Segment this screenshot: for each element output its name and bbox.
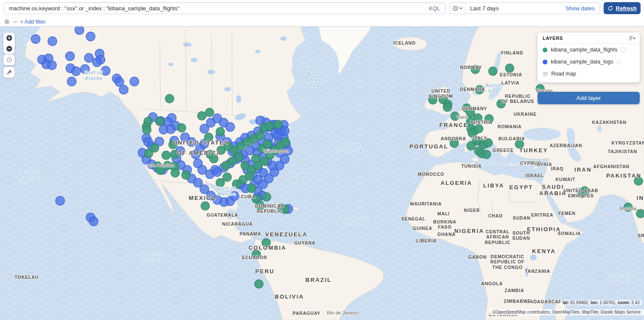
map-canvas[interactable]: Bering SeaGulf of AlaskaHudson BayLabrad… xyxy=(0,27,644,320)
flights-point xyxy=(482,150,491,159)
logs-point xyxy=(89,217,98,226)
logs-point xyxy=(213,196,222,205)
flights-point xyxy=(262,238,270,247)
tools-button[interactable] xyxy=(3,67,15,78)
flights-point xyxy=(232,180,241,188)
flights-point xyxy=(252,250,261,259)
flights-point xyxy=(443,103,452,112)
fit-to-data-control xyxy=(3,54,15,65)
clock-icon xyxy=(453,6,458,11)
flights-point xyxy=(216,127,225,136)
layers-panel-title: LAYERS xyxy=(543,36,563,41)
coordinates-readout: lat: 61.58462, lon: 1.56761, zoom: 2.42 xyxy=(560,300,642,305)
flights-point xyxy=(475,85,484,94)
tools-control xyxy=(3,67,15,78)
zoom-control xyxy=(3,33,15,54)
logs-point xyxy=(230,192,239,201)
flights-point xyxy=(281,138,290,146)
fit-to-data-button[interactable] xyxy=(3,54,15,65)
refresh-button[interactable]: Refresh xyxy=(604,2,641,14)
logs-point xyxy=(101,66,110,75)
zoom-label: zoom: xyxy=(617,300,630,305)
flights-point xyxy=(197,112,206,120)
flights-point xyxy=(210,154,218,163)
refresh-label: Refresh xyxy=(616,5,636,12)
logs-point xyxy=(56,196,65,205)
gear-icon xyxy=(4,19,10,25)
add-layer-button[interactable]: Add layer xyxy=(538,92,640,104)
flights-point xyxy=(201,202,210,210)
layer-visibility-icon[interactable] xyxy=(617,59,622,64)
layer-visibility-icon[interactable] xyxy=(621,47,626,52)
flights-point xyxy=(252,154,260,163)
time-quick-select-button[interactable] xyxy=(450,3,466,14)
flights-point xyxy=(471,65,480,74)
flights-point xyxy=(265,122,274,130)
show-dates-button[interactable]: Show dates xyxy=(565,5,600,12)
flights-point xyxy=(428,96,437,104)
flights-point xyxy=(451,112,459,121)
layer-swatch-dot xyxy=(543,60,547,64)
logs-point xyxy=(48,61,57,70)
logs-point xyxy=(167,125,176,134)
logs-point xyxy=(213,168,222,177)
flights-point xyxy=(155,117,164,126)
query-language-label[interactable]: KQL xyxy=(429,5,440,12)
collapse-panel-icon[interactable] xyxy=(629,36,635,41)
query-text[interactable]: machine.os.keyword : "osx" or _index : "… xyxy=(9,5,179,12)
flights-point xyxy=(256,131,264,140)
flights-point xyxy=(466,109,475,117)
logs-point xyxy=(81,65,90,74)
logs-point xyxy=(48,37,57,46)
logs-point xyxy=(130,77,139,86)
flights-point xyxy=(143,126,151,134)
lat-value: 61.58462, xyxy=(570,300,589,305)
flights-point xyxy=(263,140,272,148)
flights-point xyxy=(450,139,459,148)
flights-point xyxy=(182,171,190,179)
flights-point xyxy=(515,140,524,148)
flights-point xyxy=(162,151,170,160)
layer-row[interactable]: Road map xyxy=(538,68,640,80)
flights-point xyxy=(578,189,586,198)
filter-divider xyxy=(13,21,17,22)
flights-point xyxy=(474,124,483,133)
flights-point xyxy=(223,173,231,181)
flights-point xyxy=(205,108,214,117)
logs-point xyxy=(85,54,94,63)
zoom-out-icon xyxy=(6,45,12,52)
zoom-value: 2.42 xyxy=(632,300,640,305)
filter-settings-button[interactable] xyxy=(3,18,10,25)
flights-point xyxy=(216,178,225,187)
layer-row[interactable]: kibana_sample_data_logs xyxy=(538,56,640,68)
logs-point xyxy=(268,161,277,170)
flights-point xyxy=(497,100,505,108)
lat-label: lat: xyxy=(562,300,569,305)
query-input[interactable]: machine.os.keyword : "osx" or _index : "… xyxy=(3,2,446,14)
flights-point xyxy=(280,205,289,214)
logs-point xyxy=(284,146,293,155)
zoom-in-icon xyxy=(6,35,12,41)
crosshair-icon xyxy=(6,57,12,63)
refresh-icon xyxy=(608,6,613,11)
flights-point xyxy=(624,203,632,211)
logs-point xyxy=(31,35,40,44)
wrench-icon xyxy=(6,69,12,75)
zoom-in-button[interactable] xyxy=(3,33,15,43)
flights-point xyxy=(170,150,179,159)
flights-point xyxy=(204,133,213,142)
time-range-value[interactable]: Last 7 days xyxy=(466,5,565,12)
layer-row[interactable]: kibana_sample_data_flights xyxy=(538,44,640,56)
flights-point xyxy=(256,201,264,210)
add-filter-button[interactable]: + Add filter xyxy=(20,19,46,25)
logs-point xyxy=(187,138,196,147)
logs-point xyxy=(226,123,235,132)
lon-label: lon: xyxy=(590,300,598,305)
zoom-out-button[interactable] xyxy=(3,43,15,54)
layer-name: kibana_sample_data_logs xyxy=(551,59,613,65)
layer-name: Road map xyxy=(551,71,576,77)
lon-value: 1.56761, xyxy=(600,300,617,305)
flights-point xyxy=(255,280,263,288)
flights-point xyxy=(636,209,644,218)
logs-point xyxy=(67,77,76,86)
